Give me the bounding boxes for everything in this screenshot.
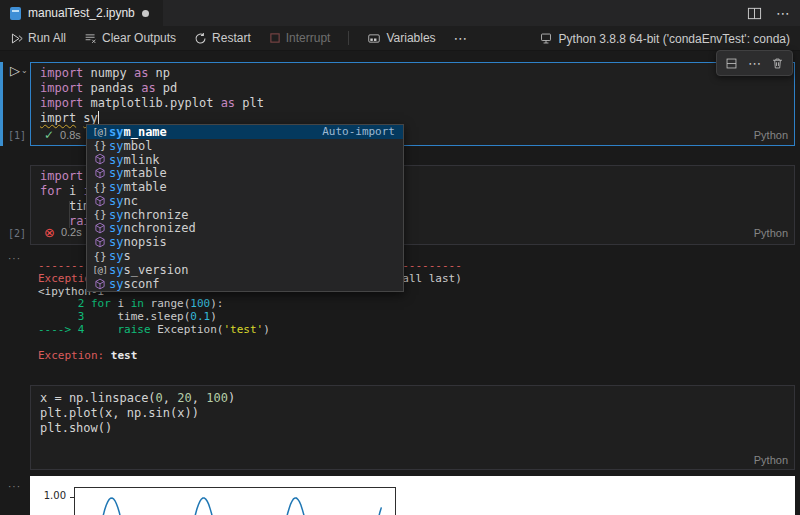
suggestion-item[interactable]: {}symtable xyxy=(87,180,403,194)
toolbar-more-icon: ⋯ xyxy=(454,30,468,46)
suggestion-item[interactable]: {}sys xyxy=(87,249,403,263)
symbol-variable-icon: [@] xyxy=(91,265,109,275)
run-cell-button[interactable]: ▷⌄ xyxy=(10,63,28,78)
interrupt-button[interactable]: Interrupt xyxy=(269,31,331,45)
symbol-namespace-icon: {} xyxy=(91,250,109,263)
tab-bar: manualTest_2.ipynb ⋯ xyxy=(0,0,800,26)
restart-label: Restart xyxy=(212,31,251,45)
cell-more-actions-icon[interactable]: ⋯ xyxy=(748,56,761,71)
code-line: ----> 4 raise Exception('test') xyxy=(38,324,462,337)
symbol-module-icon xyxy=(91,236,109,248)
code-line: plt.plot(x, np.sin(x)) xyxy=(40,406,235,421)
code-line: import matplotlib.pyplot as plt xyxy=(40,96,264,111)
symbol-module-icon xyxy=(91,222,109,234)
symbol-module-icon xyxy=(91,167,109,179)
vscode-notebook-window: manualTest_2.ipynb ⋯ Run All Clear Outp xyxy=(0,0,800,515)
cell-2-exec-time: 0.2s xyxy=(61,226,82,238)
suggestion-label: symbol xyxy=(109,139,395,153)
cell-2-status: ⊗ 0.2s xyxy=(44,226,82,238)
error-circle-icon: ⊗ xyxy=(44,227,55,238)
code-line: Exception: test xyxy=(38,350,462,363)
indent-guide xyxy=(69,201,70,228)
toolbar-more-button[interactable]: ⋯ xyxy=(454,30,468,46)
clear-outputs-icon xyxy=(84,32,97,45)
suggestion-item[interactable]: sysconf xyxy=(87,277,403,291)
suggestion-item[interactable]: [@]sym_nameAuto-import xyxy=(87,125,403,139)
variables-label: Variables xyxy=(386,31,435,45)
delete-cell-icon[interactable] xyxy=(771,57,784,70)
suggestion-item[interactable]: synchronized xyxy=(87,222,403,236)
cell-3-code-editor[interactable]: x = np.linspace(0, 20, 100)plt.plot(x, n… xyxy=(40,391,235,436)
suggestion-label: sys_version xyxy=(109,263,395,277)
symbol-namespace-icon: {} xyxy=(91,208,109,221)
plot-ytick-label: 1.00 xyxy=(36,490,66,501)
code-line: plt.show() xyxy=(40,421,235,436)
plot-more-actions-icon[interactable]: ··· xyxy=(8,481,21,492)
suggestion-detail: Auto-import xyxy=(322,125,395,138)
cell-1-status: ✓ 0.8s xyxy=(44,128,81,142)
code-line: import pandas as pd xyxy=(40,81,264,96)
suggestion-label: synchronize xyxy=(109,208,395,222)
notebook-file-icon xyxy=(10,7,21,20)
autocomplete-suggest-widget: [@]sym_nameAuto-import{}symbolsymlinksym… xyxy=(86,124,404,292)
suggestion-label: symtable xyxy=(109,166,395,180)
plot-figure xyxy=(74,487,396,515)
cell-2-language-label[interactable]: Python xyxy=(754,227,788,239)
cell-1-execution-count: [1] xyxy=(8,130,26,141)
run-options-chevron-icon: ⌄ xyxy=(21,66,28,75)
kernel-picker[interactable]: Python 3.8.8 64-bit ('condaEnvTest': con… xyxy=(539,26,790,51)
code-line: x = np.linspace(0, 20, 100) xyxy=(40,391,235,406)
run-all-button[interactable]: Run All xyxy=(10,31,66,45)
suggestion-label: synopsis xyxy=(109,235,395,249)
symbol-module-icon xyxy=(91,153,109,165)
cell-2-execution-count: [2] xyxy=(8,228,26,239)
suggestion-item[interactable]: symlink xyxy=(87,153,403,167)
tab-title: manualTest_2.ipynb xyxy=(28,6,135,20)
suggestion-item[interactable]: {}symbol xyxy=(87,139,403,153)
symbol-module-icon xyxy=(91,278,109,290)
suggestion-item[interactable]: symtable xyxy=(87,166,403,180)
text-cursor xyxy=(98,111,100,124)
focused-cell-stripe xyxy=(0,62,3,146)
cell-1-code-editor[interactable]: import numpy as npimport pandas as pdimp… xyxy=(40,66,264,126)
symbol-namespace-icon: {} xyxy=(91,181,109,194)
cell-1-language-label[interactable]: Python xyxy=(754,129,788,141)
suggestion-label: symlink xyxy=(109,153,395,167)
suggestion-label: symtable xyxy=(109,180,395,194)
output-more-actions-icon[interactable]: ··· xyxy=(8,253,21,264)
restart-button[interactable]: Restart xyxy=(194,31,251,45)
sine-curve xyxy=(89,498,382,515)
suggestion-label: sys xyxy=(109,249,395,263)
suggestion-item[interactable]: {}synchronize xyxy=(87,208,403,222)
editor-tab[interactable]: manualTest_2.ipynb xyxy=(0,0,163,26)
clear-outputs-button[interactable]: Clear Outputs xyxy=(84,31,176,45)
suggestion-label: sym_name xyxy=(109,125,322,139)
clear-outputs-label: Clear Outputs xyxy=(102,31,176,45)
editor-more-actions-icon[interactable]: ⋯ xyxy=(776,5,790,21)
modified-indicator-dot xyxy=(142,10,149,17)
split-editor-icon[interactable] xyxy=(747,6,762,21)
interrupt-icon xyxy=(269,32,281,44)
symbol-variable-icon: [@] xyxy=(91,127,109,137)
variables-button[interactable]: Variables xyxy=(367,31,435,45)
suggestion-item[interactable]: [@]sys_version xyxy=(87,263,403,277)
restart-icon xyxy=(194,32,207,45)
run-all-label: Run All xyxy=(28,31,66,45)
tabbar-actions: ⋯ xyxy=(747,0,790,26)
suggestion-item[interactable]: sync xyxy=(87,194,403,208)
run-cell-icon: ▷ xyxy=(10,63,20,78)
split-cell-icon[interactable] xyxy=(725,57,738,70)
suggestion-item[interactable]: synopsis xyxy=(87,235,403,249)
run-all-icon xyxy=(10,32,23,45)
success-check-icon: ✓ xyxy=(44,128,54,142)
symbol-module-icon xyxy=(91,195,109,207)
interrupt-label: Interrupt xyxy=(286,31,331,45)
suggestion-label: sync xyxy=(109,194,395,208)
suggestion-label: synchronized xyxy=(109,221,395,235)
toolbar-separator xyxy=(348,31,349,45)
notebook-toolbar: Run All Clear Outputs Restart Interrupt xyxy=(0,26,800,51)
symbol-namespace-icon: {} xyxy=(91,139,109,152)
variables-icon xyxy=(367,32,381,45)
cell-3-language-label[interactable]: Python xyxy=(754,454,788,466)
kernel-label: Python 3.8.8 64-bit ('condaEnvTest': con… xyxy=(559,32,790,46)
